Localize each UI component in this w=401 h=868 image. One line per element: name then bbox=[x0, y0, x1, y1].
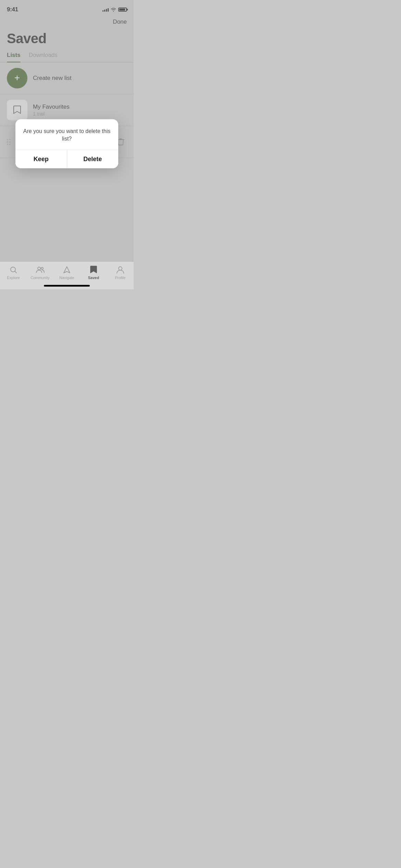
delete-dialog: Are you sure you want to delete this lis… bbox=[15, 119, 118, 168]
dialog-actions: Keep Delete bbox=[15, 150, 118, 168]
home-indicator bbox=[44, 285, 90, 287]
delete-button[interactable]: Delete bbox=[67, 150, 119, 168]
dialog-message: Are you sure you want to delete this lis… bbox=[15, 119, 118, 150]
keep-button[interactable]: Keep bbox=[15, 150, 67, 168]
